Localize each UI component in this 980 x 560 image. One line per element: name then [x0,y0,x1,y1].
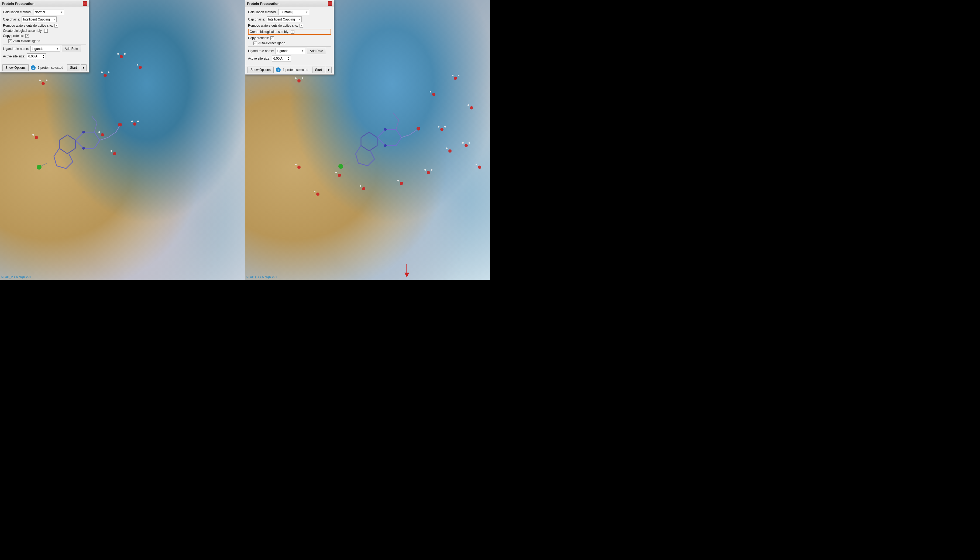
ligand-role-select-left[interactable]: Ligands ▼ [30,46,60,52]
svg-line-30 [67,148,75,154]
ligand-role-select-right[interactable]: Ligands ▼ [276,48,305,54]
svg-point-5 [108,72,110,73]
cap-chains-select-left[interactable]: Intelligent Capping ▼ [22,17,57,22]
svg-point-53 [452,75,453,76]
svg-point-1 [39,80,41,81]
create-assembly-label-left: Create biological assembly: [3,29,43,33]
svg-point-67 [427,171,430,174]
start-dropdown-button-right[interactable]: ▼ [326,67,332,73]
auto-extract-checkbox-right[interactable] [253,42,257,45]
info-icon-right[interactable]: 1 [276,67,281,72]
dialog-body-right: Calculation method: [Custom] ▼ Cap chain… [245,7,334,65]
svg-line-27 [59,135,67,140]
svg-point-102 [384,128,387,131]
chevron-down-icon: ▼ [301,50,304,52]
create-assembly-checkbox-left[interactable] [44,29,48,33]
svg-point-59 [444,126,446,128]
info-icon-left[interactable]: 1 [31,65,36,70]
calculation-method-row-right: Calculation method: [Custom] ▼ [248,9,331,15]
close-button-left[interactable]: × [83,2,87,6]
copy-proteins-row-right: Copy proteins: [248,36,331,40]
spinbox-arrows-right[interactable]: ▲ ▼ [288,57,290,60]
svg-point-50 [432,93,435,96]
calculation-method-select-left[interactable]: Normal ▼ [33,9,64,15]
start-button-right[interactable]: Start [312,67,324,73]
svg-line-23 [94,140,100,148]
svg-point-66 [476,164,477,165]
svg-line-82 [396,129,401,138]
svg-point-75 [335,172,337,173]
left-panel: Protein Preparation × Calculation method… [0,0,245,280]
start-dropdown-button-left[interactable]: ▼ [81,65,87,71]
show-options-button-right[interactable]: Show Options [248,67,274,73]
svg-line-98 [409,129,418,135]
watermark-right: 6TOH (1) ♦ A NQK 201 [246,275,277,278]
svg-point-45 [37,165,42,170]
create-assembly-highlighted-row: Create biological assembly: [248,29,331,35]
active-site-spinbox-left[interactable]: 6.00 A ▲ ▼ [27,53,46,59]
svg-point-73 [359,185,361,187]
svg-point-0 [42,82,45,85]
dialog-left: Protein Preparation × Calculation method… [0,0,89,73]
copy-proteins-checkbox-left[interactable] [25,34,29,38]
cap-chains-select-right[interactable]: Intelligent Capping ▼ [267,17,302,22]
spinbox-arrows-left[interactable]: ▲ ▼ [43,55,45,58]
svg-line-41 [94,123,97,132]
svg-point-60 [448,149,452,153]
dialog-title-left: Protein Preparation [2,2,35,6]
svg-point-69 [431,169,433,171]
bottom-bar-right: Show Options 1 1 protein selected Start … [245,65,334,74]
start-button-left[interactable]: Start [67,65,80,71]
svg-line-26 [67,135,75,140]
chevron-down-icon: ▼ [60,11,63,13]
remove-waters-label-right: Remove waters outside active site: [248,24,298,28]
chevron-down-icon: ▼ [306,11,308,13]
svg-point-70 [400,182,403,185]
svg-line-83 [396,138,401,146]
svg-line-33 [54,157,57,166]
svg-line-35 [66,162,73,168]
chevron-down-icon: ▼ [53,18,55,21]
svg-point-48 [295,77,296,79]
svg-line-80 [377,129,385,138]
chevron-down-icon: ▼ [327,68,330,72]
remove-waters-checkbox-left[interactable] [55,24,58,28]
svg-point-78 [297,165,301,169]
show-options-button-left[interactable]: Show Options [2,65,28,71]
calculation-method-label-right: Calculation method: [248,10,276,14]
calculation-method-select-right[interactable]: [Custom] ▼ [278,9,309,15]
active-site-label-right: Active site size: [248,57,270,60]
remove-waters-checkbox-right[interactable] [299,24,303,28]
svg-point-49 [302,77,303,79]
remove-waters-row-left: Remove waters outside active site: [3,24,86,28]
auto-extract-row-right: Auto-extract ligand [253,41,331,45]
svg-point-63 [462,142,464,144]
svg-point-15 [98,131,100,133]
svg-line-86 [369,132,377,138]
svg-point-17 [32,134,34,136]
add-role-button-left[interactable]: Add Role [62,45,81,52]
svg-point-7 [117,53,119,55]
auto-extract-label-left: Auto-extract ligand [13,39,40,43]
copy-proteins-checkbox-right[interactable] [270,37,274,40]
svg-point-52 [454,77,457,80]
auto-extract-checkbox-left[interactable] [8,39,12,43]
close-button-right[interactable]: × [328,2,332,6]
add-role-button-right[interactable]: Add Role [307,48,326,54]
selected-text-left: 1 protein selected [38,66,63,70]
dialog-body-left: Calculation method: Normal ▼ Cap chains:… [0,7,89,63]
active-site-spinbox-right[interactable]: 6.00 A ▲ ▼ [272,55,291,62]
svg-point-18 [113,152,116,155]
svg-line-101 [393,113,399,120]
svg-line-90 [369,146,377,151]
svg-point-12 [131,120,133,122]
svg-point-58 [438,126,439,128]
create-assembly-checkbox-right[interactable] [291,30,294,34]
svg-line-95 [368,159,374,166]
svg-line-97 [401,135,409,138]
cap-chains-label-left: Cap chains: [3,18,20,21]
ligand-role-row-left: Ligand role name: Ligands ▼ Add Role [3,45,86,52]
watermark-left: 6TOH_P ♦ A NQK 201 [2,275,31,278]
svg-line-94 [358,163,368,166]
svg-point-47 [297,79,301,83]
